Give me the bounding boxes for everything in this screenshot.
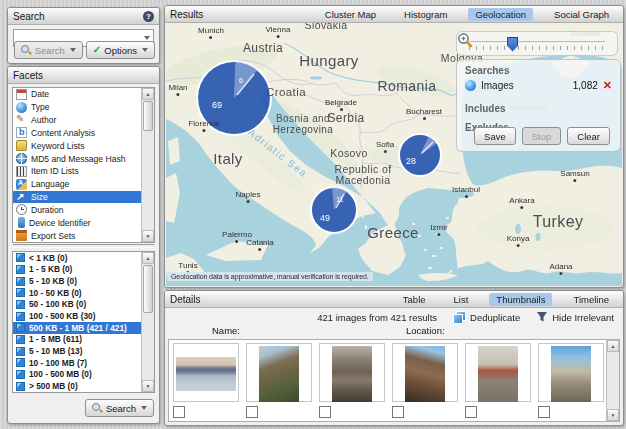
size-value-row-selected[interactable]: 500 KB - 1 MB (421 / 421) (13, 322, 142, 334)
city-dot (423, 117, 426, 120)
thumbnail-checkbox[interactable] (319, 406, 331, 418)
clear-button[interactable]: Clear (567, 127, 610, 145)
map-cluster-49[interactable]: 49 11 (311, 187, 357, 233)
thumbnail-image-flower-boxes[interactable] (478, 346, 518, 402)
tab-geolocation[interactable]: Geolocation (468, 8, 533, 21)
remove-search-icon[interactable]: ✕ (603, 80, 612, 91)
zoom-in-icon[interactable] (457, 32, 473, 48)
facet-item-device-identifier[interactable]: Device Identifier (13, 216, 142, 229)
thumbnail-scrollbar[interactable]: ▲▼ (606, 340, 619, 421)
tab-table[interactable]: Table (396, 293, 433, 306)
thumbnail-image-timber-houses[interactable] (405, 346, 445, 402)
thumbnail-item[interactable] (246, 343, 312, 418)
scroll-down-icon[interactable]: ▼ (607, 409, 619, 421)
thumbnail-checkbox[interactable] (465, 406, 477, 418)
size-value-row[interactable]: 1 - 5 MB (611) (13, 334, 142, 346)
facet-item-duration[interactable]: Duration (13, 203, 142, 216)
facet-item-content-analysis[interactable]: Content Analysis (13, 126, 142, 139)
map-city-konya: Konya (507, 234, 530, 247)
facet-item-date[interactable]: Date (13, 88, 142, 101)
images-search-row[interactable]: Images 1,082 ✕ (465, 80, 612, 91)
panel-splitter[interactable] (13, 244, 154, 248)
includes-label: Includes (465, 103, 506, 114)
size-value-row[interactable]: 10 - 100 MB (7) (13, 357, 142, 369)
svg-text:6: 6 (239, 77, 243, 84)
facet-item-author[interactable]: Author (13, 114, 142, 127)
facets-panel-title: Facets (13, 70, 43, 81)
zoom-slider-track[interactable] (469, 37, 605, 51)
size-value-row[interactable]: 50 - 100 KB (0) (13, 299, 142, 311)
thumbnail-card[interactable] (173, 343, 239, 402)
thumbnail-card[interactable] (465, 343, 531, 402)
size-value-row[interactable]: 100 - 500 KB (30) (13, 310, 142, 322)
thumbnail-card[interactable] (246, 343, 312, 402)
save-button[interactable]: Save (474, 127, 516, 145)
thumbnail-card[interactable] (538, 343, 604, 402)
thumbnail-checkbox[interactable] (246, 406, 258, 418)
map-cluster-28[interactable]: 28 (399, 134, 441, 176)
thumbnail-image-coastal-sunset[interactable] (176, 357, 236, 391)
size-value-row[interactable]: 100 - 500 MB (0) (13, 369, 142, 381)
tab-histogram[interactable]: Histogram (397, 8, 454, 21)
options-button[interactable]: ✓Options (86, 41, 155, 59)
hash-globe-icon (16, 153, 27, 164)
facet-list-scrollbar[interactable]: ▲▼ (141, 88, 154, 242)
map-label-slovakia: Slovakia (305, 23, 348, 32)
city-dot (340, 108, 343, 111)
facet-list: Date Type Author Content Analysis Keywor… (12, 87, 155, 243)
thumbnail-checkbox[interactable] (173, 406, 185, 418)
images-label: Images (481, 80, 514, 91)
tab-cluster-map[interactable]: Cluster Map (318, 8, 383, 21)
facet-item-language[interactable]: Language (13, 178, 142, 191)
city-dot (247, 200, 250, 203)
combobox-dropdown-icon[interactable] (139, 36, 153, 40)
stop-button[interactable]: Stop (522, 127, 562, 145)
scrollbar-thumb[interactable] (143, 265, 153, 313)
size-value-row[interactable]: 1 - 5 KB (0) (13, 264, 142, 276)
size-value-row[interactable]: 10 - 50 KB (0) (13, 287, 142, 299)
size-value-row[interactable]: 5 - 10 KB (0) (13, 275, 142, 287)
size-value-row[interactable]: 5 - 10 MB (13) (13, 345, 142, 357)
tab-social-graph[interactable]: Social Graph (547, 8, 616, 21)
tab-list[interactable]: List (447, 293, 476, 306)
deduplicate-button[interactable]: Deduplicate (453, 311, 520, 323)
facets-panel: Facets Date Type Author Content Analysis… (7, 66, 160, 424)
thumbnail-image-stone-church[interactable] (551, 346, 591, 402)
scrollbar-thumb[interactable] (143, 101, 153, 131)
facet-item-keyword-lists[interactable]: Keyword Lists (13, 139, 142, 152)
thumbnail-image-old-town-plants[interactable] (259, 346, 299, 402)
thumbnail-item[interactable] (392, 343, 458, 418)
thumbnail-item[interactable] (465, 343, 531, 418)
facet-item-md5-hash[interactable]: MD5 and Message Hash (13, 152, 142, 165)
help-icon[interactable]: ? (143, 11, 154, 22)
thumbnail-item[interactable] (538, 343, 604, 418)
thumbnail-item[interactable] (319, 343, 385, 418)
thumbnail-checkbox[interactable] (392, 406, 404, 418)
city-dot (235, 240, 238, 243)
scroll-up-icon[interactable]: ▲ (607, 340, 619, 352)
size-value-row[interactable]: > 500 MB (0) (13, 380, 142, 392)
size-value-row[interactable]: < 1 KB (0) (13, 252, 142, 264)
content-analysis-icon (16, 127, 27, 138)
pen-icon (16, 115, 27, 126)
facet-item-size[interactable]: Size (13, 191, 142, 204)
scroll-up-icon[interactable]: ▲ (142, 88, 154, 100)
scroll-down-icon[interactable]: ▼ (142, 380, 154, 392)
search-button[interactable]: Search (14, 41, 83, 59)
thumbnail-checkbox[interactable] (538, 406, 550, 418)
hide-irrelevant-button[interactable]: Hide Irrelevant (536, 311, 614, 323)
facet-search-button[interactable]: Search (85, 399, 154, 417)
scroll-down-icon[interactable]: ▼ (142, 230, 154, 242)
tab-thumbnails[interactable]: Thumbnails (489, 293, 552, 306)
scroll-up-icon[interactable]: ▲ (142, 252, 154, 264)
geolocation-map[interactable]: 69 6 49 11 (166, 23, 622, 286)
facet-item-item-id-lists[interactable]: Item ID Lists (13, 165, 142, 178)
tab-timeline[interactable]: Timeline (566, 293, 616, 306)
size-value-scrollbar[interactable]: ▲▼ (141, 252, 154, 392)
thumbnail-image-cobbled-street[interactable] (332, 346, 372, 402)
thumbnail-item[interactable] (173, 343, 239, 418)
facet-item-export-sets[interactable]: Export Sets (13, 229, 142, 242)
thumbnail-card[interactable] (319, 343, 385, 402)
thumbnail-card[interactable] (392, 343, 458, 402)
facet-item-type[interactable]: Type (13, 101, 142, 114)
